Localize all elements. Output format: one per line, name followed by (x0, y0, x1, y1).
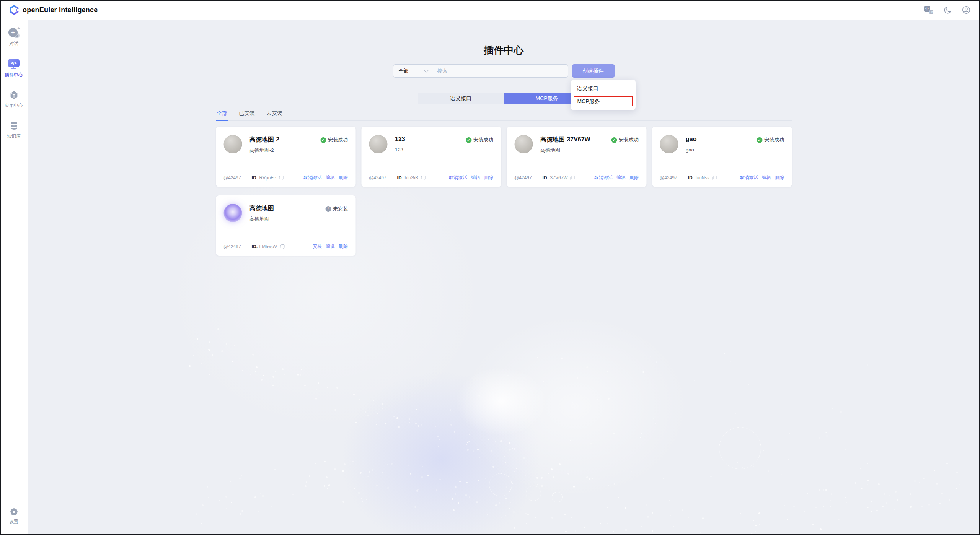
delete-link[interactable]: 删除 (484, 174, 493, 181)
bg-dot (421, 476, 422, 478)
deactivate-link[interactable]: 取消激活 (594, 174, 613, 181)
bg-dot (416, 490, 418, 492)
delete-link[interactable]: 删除 (339, 174, 348, 181)
deactivate-link[interactable]: 取消激活 (449, 174, 467, 181)
bg-dot (405, 437, 406, 437)
create-plugin-dropdown: 语义接口 MCP服务 (571, 80, 636, 110)
sidebar-item-plugin-center[interactable]: </> 插件中心 (5, 59, 23, 78)
edit-link[interactable]: 编辑 (326, 243, 335, 250)
bg-dot (768, 470, 769, 472)
edit-link[interactable]: 编辑 (471, 174, 480, 181)
plugin-id-label: ID: (252, 175, 258, 181)
topbar: openEuler Intelligence 中 En (0, 0, 980, 20)
bg-dot (670, 515, 671, 516)
dark-mode-moon-icon[interactable] (943, 5, 952, 15)
bg-dot (838, 519, 840, 520)
tab-installed[interactable]: 已安装 (238, 110, 256, 117)
install-link[interactable]: 安装 (313, 243, 322, 250)
edit-link[interactable]: 编辑 (762, 174, 771, 181)
moon-glyph (943, 6, 952, 15)
bg-dot (586, 476, 588, 478)
bg-dot (572, 402, 573, 403)
bg-dot (418, 425, 419, 426)
gear-icon (10, 507, 18, 516)
bg-dot (861, 488, 862, 489)
search-input[interactable] (432, 65, 568, 77)
bg-dot (491, 450, 492, 452)
bg-dot (315, 463, 316, 464)
sidebar-item-app-center[interactable]: 应用中心 (5, 90, 23, 109)
bg-dot (471, 487, 471, 488)
bg-dot (759, 524, 760, 525)
bg-dot (867, 507, 868, 508)
bg-dot (469, 496, 470, 498)
create-plugin-button[interactable]: 创建插件 (572, 64, 615, 78)
bg-dot (788, 459, 789, 460)
copy-id-icon[interactable] (280, 244, 284, 249)
sidebar-item-chat[interactable]: + + 对话 (8, 28, 19, 47)
edit-link[interactable]: 编辑 (616, 174, 626, 181)
bg-dot (217, 328, 219, 330)
deactivate-link[interactable]: 取消激活 (303, 174, 322, 181)
category-select-value: 全部 (399, 68, 409, 75)
bg-dot (625, 529, 627, 531)
bg-dot (753, 520, 754, 521)
copy-id-icon[interactable] (571, 176, 575, 180)
plugin-id-label: ID: (543, 175, 549, 181)
bg-dot (949, 499, 950, 501)
bg-dot (641, 433, 642, 434)
sidebar-item-settings[interactable]: 设置 (9, 507, 18, 525)
plugin-id-label: ID: (252, 244, 258, 249)
bg-dot (261, 379, 263, 381)
tab-not-installed[interactable]: 未安装 (266, 110, 283, 117)
bg-dot (284, 374, 285, 375)
bg-dot (689, 534, 690, 535)
segment-semantic-interface[interactable]: 语义接口 (418, 93, 504, 104)
bg-dot (694, 380, 695, 381)
bg-dot (640, 437, 641, 439)
sidebar-item-knowledge-base[interactable]: 知识库 (7, 121, 21, 140)
bg-dot (305, 485, 307, 487)
delete-link[interactable]: 删除 (339, 243, 348, 250)
bg-dot (382, 408, 382, 409)
category-select[interactable]: 全部 (393, 65, 432, 77)
delete-link[interactable]: 删除 (775, 174, 784, 181)
bg-dot (497, 504, 499, 505)
bg-dot (318, 382, 319, 384)
bg-dot (525, 475, 526, 476)
bg-dot (527, 514, 529, 515)
bg-dot (590, 402, 590, 402)
user-account-icon[interactable] (962, 5, 971, 15)
copy-id-icon[interactable] (279, 176, 283, 180)
language-switch-icon[interactable]: 中 En (924, 5, 933, 15)
bg-dot (561, 358, 562, 359)
bg-dot (886, 502, 887, 504)
menu-item-mcp-service[interactable]: MCP服务 (574, 96, 633, 106)
edit-link[interactable]: 编辑 (326, 174, 335, 181)
bg-dot (438, 446, 439, 447)
status-icon (757, 137, 762, 143)
menu-item-semantic-interface[interactable]: 语义接口 (571, 82, 636, 95)
bg-dot (956, 488, 957, 489)
install-filter-tabs: 全部 已安装 未安装 (216, 110, 792, 121)
bg-dot (422, 466, 423, 467)
bg-dot (657, 361, 657, 361)
plugin-subtitle: 高德地图-2 (249, 147, 274, 154)
bg-dot (292, 494, 294, 496)
bg-dot (914, 480, 916, 482)
plugin-subtitle: 123 (395, 147, 403, 153)
bg-dot (867, 463, 868, 464)
copy-id-icon[interactable] (421, 176, 426, 180)
sidebar-item-label: 应用中心 (5, 102, 23, 109)
tab-all[interactable]: 全部 (216, 110, 228, 117)
bg-dot (652, 512, 653, 514)
plugin-status: 安装成功 (466, 137, 493, 143)
bg-dot (189, 365, 191, 367)
plugin-status-label: 安装成功 (764, 137, 784, 143)
copy-id-icon[interactable] (712, 176, 717, 180)
delete-link[interactable]: 删除 (629, 174, 639, 181)
deactivate-link[interactable]: 取消激活 (740, 174, 758, 181)
bg-dot (571, 517, 572, 518)
bg-dot (260, 493, 261, 493)
plugin-subtitle: gao (686, 147, 694, 153)
